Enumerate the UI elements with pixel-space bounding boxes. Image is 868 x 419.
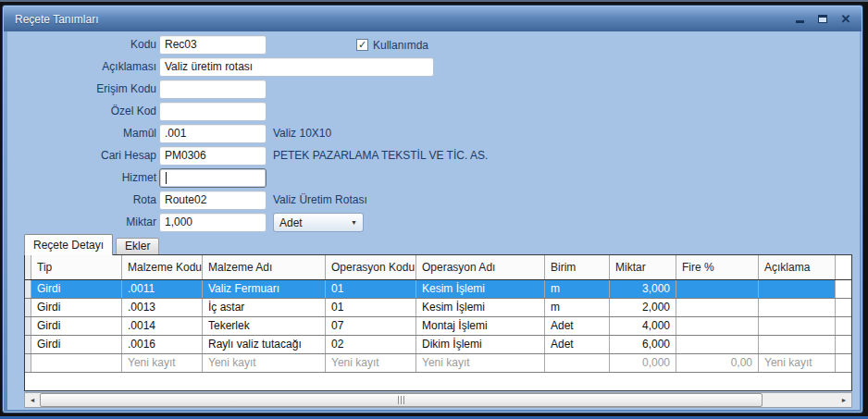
- cell-operasyon-ad[interactable]: Kesim İşlemi: [416, 280, 545, 298]
- ozel-kod-input[interactable]: [159, 102, 267, 121]
- cari-hesap-input[interactable]: PM0306: [159, 146, 267, 166]
- column-header-operasyon-ad[interactable]: Operasyon Adı: [416, 255, 545, 279]
- unit-dropdown-value: Adet: [274, 216, 351, 229]
- mamul-input-value: .001: [165, 127, 186, 140]
- row-selector[interactable]: [25, 354, 31, 372]
- cell-filler: [836, 336, 851, 353]
- cell-birim[interactable]: m: [545, 280, 610, 298]
- cell-miktar[interactable]: 0,000: [610, 354, 676, 372]
- cell-birim[interactable]: Adet: [545, 336, 610, 353]
- hizmet-input[interactable]: [159, 168, 267, 188]
- grid-row-1[interactable]: Girdi.0013İç astar01Kesim İşlemim2,000: [25, 299, 851, 317]
- row-selector[interactable]: [25, 299, 31, 316]
- kullanimda-checkbox[interactable]: ✓ Kullanımda: [356, 38, 428, 52]
- cell-operasyon-kodu[interactable]: 01: [326, 280, 416, 298]
- column-header-fire[interactable]: Fire %: [676, 255, 759, 279]
- cell-miktar[interactable]: 2,000: [610, 299, 676, 316]
- cell-tip[interactable]: Girdi: [31, 299, 122, 316]
- tab-recete-detayi[interactable]: Reçete Detayı: [24, 234, 113, 255]
- cell-miktar[interactable]: 3,000: [610, 280, 676, 298]
- window-controls: ✕: [793, 13, 862, 26]
- cell-malzeme-ad[interactable]: Valiz Fermuarı: [203, 280, 326, 298]
- field-label-rota: Rota: [26, 191, 156, 210]
- cell-operasyon-ad[interactable]: Montaj İşlemi: [416, 317, 545, 335]
- cell-birim[interactable]: Adet: [545, 317, 610, 335]
- grid-row-2[interactable]: Girdi.0014Tekerlek07Montaj İşlemiAdet4,0…: [25, 317, 851, 336]
- close-button[interactable]: ✕: [839, 13, 852, 26]
- grid-new-row[interactable]: Yeni kayıtYeni kayıtYeni kayıtYeni kayıt…: [25, 354, 851, 373]
- cell-operasyon-ad[interactable]: Dikim İşlemi: [416, 336, 545, 353]
- grid-row-3[interactable]: Girdi.0016Raylı valiz tutacağı02Dikim İş…: [25, 336, 851, 354]
- cell-operasyon-ad[interactable]: Yeni kayıt: [416, 354, 545, 372]
- kodu-input[interactable]: Rec03: [159, 35, 267, 55]
- column-header-malzeme-kodu[interactable]: Malzeme Kodu: [122, 255, 203, 279]
- row-selector[interactable]: [25, 317, 31, 335]
- cell-miktar[interactable]: 6,000: [610, 336, 676, 353]
- erisim-kodu-input[interactable]: [159, 80, 267, 99]
- minimize-button[interactable]: [793, 13, 806, 26]
- unit-dropdown[interactable]: Adet▼: [273, 213, 364, 232]
- cell-operasyon-kodu[interactable]: 02: [326, 336, 416, 353]
- mamul-input[interactable]: .001: [159, 124, 267, 143]
- cell-operasyon-kodu[interactable]: 07: [326, 317, 416, 335]
- cell-malzeme-ad[interactable]: Tekerlek: [203, 317, 326, 335]
- cell-operasyon-kodu[interactable]: 01: [326, 299, 416, 316]
- cell-tip[interactable]: Girdi: [31, 317, 122, 335]
- cell-malzeme-ad[interactable]: İç astar: [203, 299, 326, 316]
- field-label-cari-hesap: Cari Hesap: [26, 146, 156, 166]
- cell-malzeme-ad[interactable]: Yeni kayıt: [203, 354, 326, 372]
- cell-malzeme-kodu[interactable]: .0011: [122, 280, 203, 298]
- cell-fire[interactable]: [676, 317, 759, 335]
- miktar-input[interactable]: 1,000: [159, 213, 267, 232]
- cell-fire[interactable]: [676, 280, 759, 298]
- cell-malzeme-kodu[interactable]: .0014: [122, 317, 203, 335]
- cell-tip[interactable]: [31, 354, 122, 372]
- cell-miktar[interactable]: 4,000: [610, 317, 676, 335]
- cell-fire[interactable]: [676, 299, 759, 316]
- cell-a-klama[interactable]: [759, 317, 836, 335]
- row-selector[interactable]: [25, 336, 31, 353]
- cell-a-klama[interactable]: [759, 280, 836, 298]
- cell-tip[interactable]: Girdi: [31, 280, 122, 298]
- column-header-malzeme-ad[interactable]: Malzeme Adı: [203, 255, 326, 279]
- column-header-miktar[interactable]: Miktar: [610, 255, 676, 279]
- cell-fire[interactable]: 0,00: [676, 354, 759, 372]
- field-label-ozel-kod: Özel Kod: [26, 102, 156, 121]
- maximize-button[interactable]: [816, 13, 829, 26]
- titlebar[interactable]: Reçete Tanımları ✕: [4, 6, 862, 31]
- horizontal-scrollbar[interactable]: ◄ ►: [24, 392, 852, 408]
- column-header-a-klama[interactable]: Açıklama: [759, 255, 836, 279]
- field-label-erisim-kodu: Erişim Kodu: [26, 80, 156, 99]
- grid-header-row: TipMalzeme KoduMalzeme AdıOperasyon Kodu…: [25, 255, 851, 280]
- cell-malzeme-kodu[interactable]: Yeni kayıt: [122, 354, 203, 372]
- cell-birim[interactable]: m: [545, 299, 610, 316]
- scroll-right-arrow[interactable]: ►: [837, 393, 851, 407]
- cell-malzeme-kodu[interactable]: .0013: [122, 299, 203, 316]
- scrollbar-thumb[interactable]: [40, 393, 763, 407]
- tab-ekler[interactable]: Ekler: [116, 238, 159, 255]
- form-row-kodu: KoduRec03: [7, 35, 860, 55]
- aciklamasi-input[interactable]: Valiz üretim rotası: [159, 57, 434, 77]
- field-label-kodu: Kodu: [26, 35, 156, 55]
- column-header-operasyon-kodu[interactable]: Operasyon Kodu: [326, 255, 416, 279]
- cell-malzeme-ad[interactable]: Raylı valiz tutacağı: [203, 336, 326, 353]
- cell-fire[interactable]: [676, 336, 759, 353]
- scroll-left-arrow[interactable]: ◄: [25, 393, 40, 407]
- field-label-hizmet: Hizmet: [26, 168, 156, 188]
- cell-malzeme-kodu[interactable]: .0016: [122, 336, 203, 353]
- column-header-birim[interactable]: Birim: [545, 255, 610, 279]
- column-header-tip[interactable]: Tip: [31, 255, 122, 279]
- row-selector[interactable]: [25, 280, 31, 298]
- cell-a-klama[interactable]: Yeni kayıt: [759, 354, 836, 372]
- rota-input[interactable]: Route02: [159, 191, 267, 210]
- cell-tip[interactable]: Girdi: [31, 336, 122, 353]
- cell-a-klama[interactable]: [759, 299, 836, 316]
- row-selector-header: [25, 255, 31, 279]
- form-row-erisim-kodu: Erişim Kodu: [7, 80, 860, 99]
- cell-birim[interactable]: [545, 354, 610, 372]
- cell-operasyon-kodu[interactable]: Yeni kayıt: [326, 354, 416, 372]
- grid-row-0[interactable]: Girdi.0011Valiz Fermuarı01Kesim İşlemim3…: [25, 280, 851, 299]
- cell-operasyon-ad[interactable]: Kesim İşlemi: [416, 299, 545, 316]
- scrollbar-track[interactable]: [40, 393, 837, 407]
- cell-a-klama[interactable]: [759, 336, 836, 353]
